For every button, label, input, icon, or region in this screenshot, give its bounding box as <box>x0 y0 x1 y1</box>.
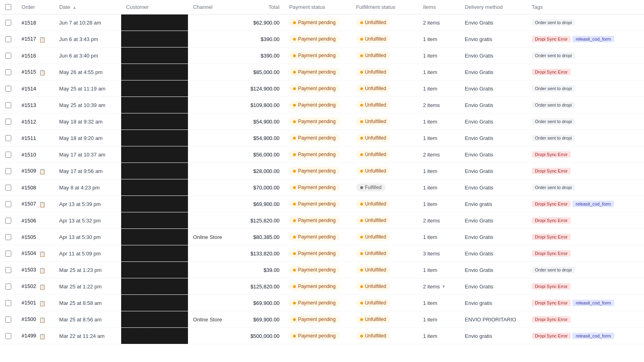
order-link[interactable]: #1499 <box>22 333 36 339</box>
order-link[interactable]: #1518 <box>22 20 36 26</box>
header-delivery-method[interactable]: Delivery method <box>460 0 527 14</box>
row-payment-status: Payment pending <box>284 262 351 278</box>
row-order-number[interactable]: #1511 <box>17 130 55 146</box>
row-order-number[interactable]: #1513 <box>17 97 55 113</box>
row-checkbox[interactable] <box>5 218 11 224</box>
row-order-number[interactable]: #1504 📋 <box>17 245 55 262</box>
fulfillment-status-dot <box>360 186 363 189</box>
row-order-number[interactable]: #1515 📋 <box>17 64 55 80</box>
row-order-number[interactable]: #1507 📋 <box>17 196 55 212</box>
row-items: 2 items <box>418 146 460 163</box>
order-link[interactable]: #1501 <box>22 300 36 306</box>
tag-badge: Dropi Sync Error <box>532 217 571 224</box>
header-payment-status[interactable]: Payment status <box>284 0 351 14</box>
row-checkbox[interactable] <box>5 102 11 108</box>
row-order-number[interactable]: #1502 📋 <box>17 278 55 295</box>
order-link[interactable]: #1509 <box>22 168 36 174</box>
order-link[interactable]: #1514 <box>22 86 36 92</box>
order-link[interactable]: #1511 <box>22 135 36 141</box>
header-tags[interactable]: Tags <box>527 0 644 14</box>
payment-status-dot <box>293 21 296 24</box>
order-link[interactable]: #1507 <box>22 201 36 207</box>
row-checkbox[interactable] <box>5 234 11 240</box>
row-tags: Order sent to dropi <box>527 130 644 146</box>
row-items: 2 items <box>418 97 460 113</box>
payment-status-badge: Payment pending <box>289 84 339 93</box>
row-order-number[interactable]: #1499 📋 <box>17 328 55 344</box>
row-checkbox[interactable] <box>5 333 11 339</box>
row-order-number[interactable]: #1506 <box>17 212 55 229</box>
row-checkbox[interactable] <box>5 267 11 273</box>
note-icon: 📋 <box>39 251 45 257</box>
row-order-number[interactable]: #1508 <box>17 179 55 196</box>
select-all-checkbox[interactable] <box>5 4 11 10</box>
note-icon: 📋 <box>39 317 45 323</box>
row-order-number[interactable]: #1509 📋 <box>17 163 55 179</box>
row-checkbox[interactable] <box>5 201 11 207</box>
row-checkbox[interactable] <box>5 251 11 257</box>
fulfillment-status-dot <box>360 170 363 173</box>
row-checkbox[interactable] <box>5 36 11 42</box>
row-order-number[interactable]: #1501 📋 <box>17 295 55 311</box>
order-link[interactable]: #1510 <box>22 152 36 158</box>
row-total: $62,900.00 <box>234 14 285 31</box>
order-link[interactable]: #1515 <box>22 69 36 75</box>
row-checkbox[interactable] <box>5 317 11 323</box>
row-checkbox[interactable] <box>5 53 11 59</box>
row-order-number[interactable]: #1505 <box>17 229 55 245</box>
header-channel[interactable]: Channel <box>188 0 234 14</box>
row-tags: Dropi Sync Error <box>527 229 644 245</box>
row-tags: Dropi Sync Error <box>527 278 644 295</box>
orders-table: Order Date ▲ Customer Channel Total Paym… <box>0 0 644 344</box>
row-checkbox[interactable] <box>5 135 11 141</box>
order-link[interactable]: #1502 <box>22 283 36 289</box>
order-link[interactable]: #1512 <box>22 119 36 125</box>
row-fulfillment-status: Unfulfilled <box>351 80 418 97</box>
row-customer: ██████████ <box>121 295 188 311</box>
order-link[interactable]: #1517 <box>22 36 36 42</box>
row-order-number[interactable]: #1514 <box>17 80 55 97</box>
row-checkbox[interactable] <box>5 119 11 125</box>
table-header-row: Order Date ▲ Customer Channel Total Paym… <box>0 0 644 14</box>
items-dropdown-icon[interactable]: ▼ <box>442 284 446 289</box>
header-total[interactable]: Total <box>234 0 285 14</box>
row-checkbox[interactable] <box>5 300 11 306</box>
row-tags: Dropi Sync Error <box>527 146 644 163</box>
order-link[interactable]: #1503 <box>22 267 36 273</box>
row-order-number[interactable]: #1516 <box>17 47 55 64</box>
order-link[interactable]: #1513 <box>22 102 36 108</box>
header-order[interactable]: Order <box>17 0 55 14</box>
order-link[interactable]: #1506 <box>22 218 36 224</box>
row-checkbox[interactable] <box>5 86 11 92</box>
order-link[interactable]: #1500 <box>22 316 36 322</box>
row-order-number[interactable]: #1517 📋 <box>17 31 55 47</box>
order-link[interactable]: #1508 <box>22 185 36 191</box>
fulfillment-status-badge: Unfulfilled <box>356 282 390 290</box>
header-customer[interactable]: Customer <box>121 0 188 14</box>
row-order-number[interactable]: #1500 📋 <box>17 311 55 328</box>
header-date[interactable]: Date ▲ <box>54 0 121 14</box>
items-count: 2 items <box>423 20 440 26</box>
row-order-number[interactable]: #1512 <box>17 113 55 130</box>
row-customer: ██████████ <box>121 47 188 64</box>
order-link[interactable]: #1505 <box>22 234 36 240</box>
row-checkbox[interactable] <box>5 185 11 191</box>
row-fulfillment-status: Unfulfilled <box>351 212 418 229</box>
row-checkbox[interactable] <box>5 69 11 75</box>
header-items[interactable]: Items <box>418 0 460 14</box>
row-checkbox[interactable] <box>5 284 11 290</box>
row-order-number[interactable]: #1503 📋 <box>17 262 55 278</box>
payment-status-dot <box>293 285 296 288</box>
header-fulfillment-status[interactable]: Fulfillment status <box>351 0 418 14</box>
order-link[interactable]: #1516 <box>22 53 36 59</box>
row-checkbox[interactable] <box>5 168 11 174</box>
row-checkbox[interactable] <box>5 20 11 26</box>
row-fulfillment-status: Unfulfilled <box>351 47 418 64</box>
fulfillment-status-dot <box>360 120 363 123</box>
row-checkbox[interactable] <box>5 152 11 158</box>
payment-status-badge: Payment pending <box>289 150 339 158</box>
row-fulfillment-status: Unfulfilled <box>351 328 418 344</box>
order-link[interactable]: #1504 <box>22 250 36 256</box>
row-order-number[interactable]: #1518 <box>17 14 55 31</box>
row-order-number[interactable]: #1510 <box>17 146 55 163</box>
